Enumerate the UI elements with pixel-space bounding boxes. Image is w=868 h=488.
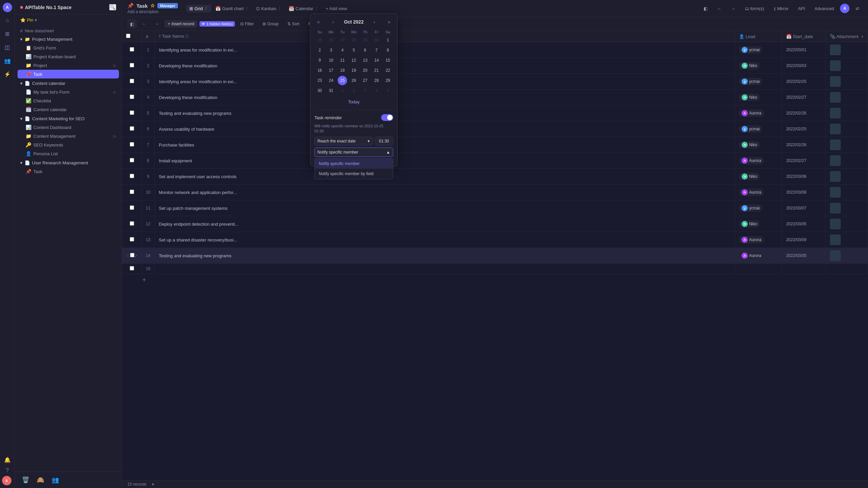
task-name-cell[interactable]: Identifying areas for modification in ex…: [155, 74, 735, 90]
lead-cell[interactable]: AAurora: [735, 185, 782, 200]
task-description[interactable]: Add a description: [127, 9, 178, 14]
calendar-day[interactable]: 26: [327, 35, 336, 45]
calendar-day[interactable]: 30: [372, 35, 381, 45]
calendar-day[interactable]: 29: [361, 35, 370, 45]
back-button[interactable]: ←: [714, 5, 725, 12]
calendar-day[interactable]: 29: [383, 76, 393, 85]
attachment-cell[interactable]: [826, 42, 868, 58]
task-name-header[interactable]: T Task Name ⓘ: [155, 31, 735, 42]
calendar-day[interactable]: 25: [338, 76, 347, 85]
collapse-panel-button[interactable]: ◧: [700, 5, 711, 12]
lead-cell[interactable]: AAurora: [735, 248, 782, 264]
grid-icon[interactable]: ⊞: [2, 28, 13, 39]
pin-section[interactable]: ⭐ Pin ▾: [15, 15, 122, 25]
calendar-day[interactable]: 27: [361, 76, 370, 85]
attachment-cell[interactable]: [826, 137, 868, 153]
table-row[interactable]: 6Assess usability of hardwareyycmai2022/…: [122, 121, 868, 137]
table-container[interactable]: # T Task Name ⓘ 👤 Lead 📅 Start_date 📎 At…: [122, 31, 868, 480]
nav-group-header-content-marketing[interactable]: ▾ 📄 Content Marketing for SEO: [15, 115, 122, 123]
notification-icon[interactable]: 🔔: [2, 454, 13, 465]
date-cell[interactable]: 2022/03/08: [782, 185, 826, 200]
task-name-cell[interactable]: Set up a shared disaster recovery/busi..…: [155, 232, 735, 248]
nav-item-task2[interactable]: 📌 Task: [15, 167, 122, 176]
task-name-cell[interactable]: Developing these modification: [155, 90, 735, 105]
task-name-cell[interactable]: Developing these modification: [155, 58, 735, 74]
task-name-cell[interactable]: Purchase facilities: [155, 137, 735, 153]
table-row[interactable]: 4Developing these modificationNNiko2022/…: [122, 90, 868, 105]
calendar-day[interactable]: 30: [315, 86, 324, 95]
lead-cell[interactable]: NNiko: [735, 169, 782, 185]
calendar-day[interactable]: 28: [372, 76, 381, 85]
add-view-button[interactable]: + Add view: [322, 5, 350, 12]
attachment-cell[interactable]: [826, 185, 868, 200]
attachment-cell[interactable]: [826, 200, 868, 216]
lead-cell[interactable]: NNiko: [735, 216, 782, 232]
tab-grid[interactable]: ⊞ Grid ⋮: [186, 5, 211, 12]
date-cell[interactable]: 2022/03/07: [782, 200, 826, 216]
attachment-cell[interactable]: [826, 169, 868, 185]
task-name-cell[interactable]: [155, 264, 735, 274]
group-button[interactable]: ⊞ Group: [259, 20, 282, 28]
lead-cell[interactable]: NNiko: [735, 137, 782, 153]
lead-cell[interactable]: yycmai: [735, 121, 782, 137]
calendar-day[interactable]: 19: [349, 66, 359, 75]
date-cell[interactable]: 2022/03/01: [782, 42, 826, 58]
redo-button[interactable]: →: [152, 20, 162, 28]
dropdown-item-notify-specific[interactable]: Notify specific member: [315, 159, 393, 169]
user-avatar-top[interactable]: A: [840, 4, 849, 13]
lead-cell[interactable]: [735, 264, 782, 274]
date-cell[interactable]: 2022/02/26: [782, 105, 826, 121]
task-name-cell[interactable]: Install equipment: [155, 153, 735, 169]
calendar-day[interactable]: 23: [315, 76, 324, 85]
attachment-cell[interactable]: [826, 216, 868, 232]
home-icon[interactable]: ⌂: [2, 15, 13, 26]
calendar-day[interactable]: 1: [383, 35, 393, 45]
reach-date-select[interactable]: Reach the exact date ▾: [314, 137, 373, 145]
insert-record-button[interactable]: + Insert record: [164, 20, 197, 28]
task-name-cell[interactable]: Monitor network and application perfor..…: [155, 185, 735, 200]
people-icon[interactable]: 👥: [2, 55, 13, 66]
lead-header[interactable]: 👤 Lead: [735, 31, 782, 42]
nav-item-my-task-list[interactable]: 📄 My task list's Form ▷: [15, 88, 122, 96]
drag-handle[interactable]: ⠿: [126, 253, 129, 258]
calendar-day[interactable]: 28: [349, 35, 359, 45]
search-button[interactable]: 🔍: [109, 4, 116, 10]
table-row[interactable]: 2Developing these modificationNNiko2022/…: [122, 58, 868, 74]
attachment-cell[interactable]: [826, 74, 868, 90]
add-column-icon[interactable]: +: [861, 34, 864, 39]
nav-item-seo-keywords[interactable]: 🔑 SEO Keywords: [15, 140, 122, 149]
row-checkbox[interactable]: [130, 79, 134, 83]
task-name-cell[interactable]: Testing and evaluating new programs: [155, 105, 735, 121]
date-cell[interactable]: 2022/03/05: [782, 216, 826, 232]
calendar-day[interactable]: 20: [361, 66, 370, 75]
table-row[interactable]: 12Deploy endpoint detection and preventi…: [122, 216, 868, 232]
nav-group-header-project-management[interactable]: ▾ 📁 Project Management: [15, 35, 122, 43]
table-row[interactable]: 1Identifying areas for modification in e…: [122, 42, 868, 58]
calendar-day[interactable]: 22: [383, 66, 393, 75]
table-row[interactable]: 7Purchase facilitiesNNiko2022/02/26: [122, 137, 868, 153]
row-checkbox[interactable]: [130, 95, 134, 99]
lead-cell[interactable]: yycmai: [735, 42, 782, 58]
date-cell[interactable]: 2022/03/06: [782, 169, 826, 185]
nav-item-content-dashboard[interactable]: 📊 Content Dashboard: [15, 123, 122, 132]
calendar-day[interactable]: 31: [327, 86, 336, 95]
row-checkbox[interactable]: [130, 158, 134, 162]
row-checkbox[interactable]: [130, 174, 134, 178]
lead-cell[interactable]: NNiko: [735, 58, 782, 74]
cal-next-button[interactable]: ›: [370, 18, 378, 26]
expand-icon[interactable]: ⤢: [134, 254, 137, 258]
cal-prev-button[interactable]: ‹: [329, 18, 337, 26]
calendar-day[interactable]: 27: [338, 35, 347, 45]
filter-button[interactable]: ⊟ Filter: [237, 20, 257, 28]
cal-prev-prev-button[interactable]: «: [314, 18, 322, 26]
api-button[interactable]: API: [795, 5, 808, 12]
task-name-cell[interactable]: Set and implement user access controls: [155, 169, 735, 185]
hidden-fields-badge[interactable]: 👁 1 hidden field(s): [199, 21, 235, 27]
notify-member-select[interactable]: Notify specific member ▲: [314, 148, 393, 157]
calendar-day[interactable]: 25: [315, 35, 324, 45]
calendar-day[interactable]: 3: [361, 86, 370, 95]
calendar-day[interactable]: 17: [327, 66, 336, 75]
select-all-checkbox[interactable]: [126, 34, 130, 38]
mirror-button[interactable]: ⫿ Mirror: [770, 5, 792, 12]
table-row[interactable]: 11Set up patch management systemsyycmai2…: [122, 200, 868, 216]
